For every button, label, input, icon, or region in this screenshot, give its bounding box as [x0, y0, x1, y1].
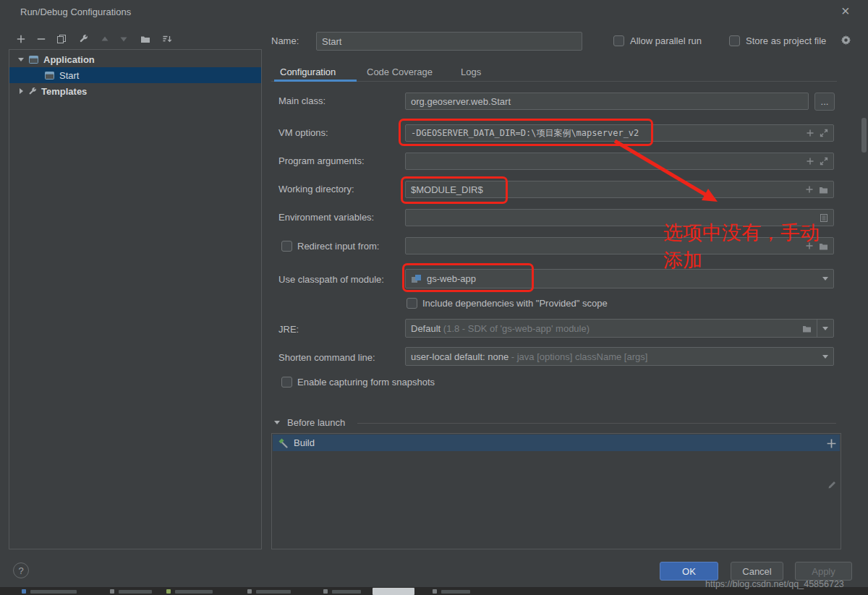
run-debug-configurations-dialog: Run/Debug Configurations × Application [0, 0, 868, 595]
expand-editor-icon[interactable] [820, 157, 828, 166]
store-as-project-file-checkbox[interactable] [729, 35, 740, 46]
allow-parallel-run-checkbox[interactable] [613, 35, 624, 46]
browse-folder-icon[interactable] [819, 241, 828, 251]
remove-configuration-icon[interactable] [35, 33, 48, 46]
create-folder-icon[interactable] [139, 33, 152, 46]
move-up-icon[interactable] [98, 33, 111, 46]
working-directory-value: $MODULE_DIR$ [411, 184, 800, 195]
store-as-project-file-label: Store as project file [746, 34, 826, 48]
annotation-note-line1: 选项中没有，手动 [663, 219, 820, 247]
tree-item-label: Start [59, 70, 79, 81]
before-launch-item-build[interactable]: Build [273, 435, 840, 451]
wrench-icon [27, 87, 37, 96]
close-icon[interactable]: × [841, 3, 850, 20]
apply-button[interactable]: Apply [795, 562, 852, 581]
enable-capturing-label: Enable capturing form snapshots [297, 375, 435, 390]
statusbar-fragment [166, 589, 171, 594]
shorten-command-line-label: Shorten command line: [278, 351, 375, 365]
browse-folder-icon[interactable] [819, 185, 828, 194]
environment-variables-label: Environment variables: [278, 210, 374, 225]
shorten-command-line-combobox[interactable]: user-local default: none - java [options… [405, 347, 834, 366]
statusbar-fragment [30, 590, 77, 594]
browse-folder-icon[interactable] [802, 324, 812, 333]
chevron-down-icon[interactable] [18, 58, 24, 61]
configurations-tree: Application Start Templates [9, 49, 262, 549]
main-class-value: org.geoserver.web.Start [411, 96, 803, 107]
include-provided-checkbox[interactable] [407, 298, 417, 309]
tree-item-application[interactable]: Application [9, 51, 261, 67]
annotation-note: 选项中没有，手动 添加 [663, 219, 820, 274]
help-button[interactable]: ? [13, 562, 29, 578]
name-input[interactable]: Start [316, 32, 582, 51]
chevron-down-icon[interactable] [822, 277, 828, 281]
add-configuration-icon[interactable] [14, 33, 27, 46]
move-down-icon[interactable] [117, 33, 130, 46]
tree-item-start[interactable]: Start [9, 67, 261, 83]
statusbar-fragment [323, 589, 328, 594]
use-classpath-label: Use classpath of module: [278, 273, 384, 287]
shorten-hint: - java [options] className [args] [511, 351, 648, 362]
active-tab-underline [274, 80, 357, 82]
tree-item-label: Application [43, 54, 95, 65]
vm-options-value: -DGEOSERVER_DATA_DIR=D:\项目案例\mapserver_v… [411, 127, 801, 140]
expand-editor-icon[interactable] [820, 129, 828, 137]
main-class-input[interactable]: org.geoserver.web.Start [405, 93, 809, 110]
statusbar-fragment [332, 590, 361, 594]
vm-options-input[interactable]: -DGEOSERVER_DATA_DIR=D:\项目案例\mapserver_v… [405, 124, 834, 142]
ok-button[interactable]: OK [660, 562, 718, 581]
redirect-input-checkbox[interactable] [281, 241, 292, 252]
before-launch-divider [357, 423, 836, 424]
name-label: Name: [271, 34, 299, 48]
statusbar-fragment [119, 590, 152, 594]
chevron-right-icon[interactable] [20, 88, 23, 94]
jre-combobox[interactable]: Default (1.8 - SDK of 'gs-web-app' modul… [405, 319, 834, 338]
shorten-value: user-local default: none [411, 351, 509, 362]
chevron-down-icon[interactable] [822, 355, 828, 359]
build-item-label: Build [294, 437, 315, 448]
application-icon [28, 54, 39, 65]
before-launch-list: Build [271, 433, 841, 549]
before-launch-title: Before launch [287, 416, 345, 430]
statusbar-fragment [110, 589, 114, 594]
collapse-before-launch-icon[interactable] [274, 421, 280, 424]
tab-logs[interactable]: Logs [461, 64, 481, 81]
jre-value: Default [411, 323, 441, 334]
statusbar-fragment [22, 589, 26, 594]
tree-item-templates[interactable]: Templates [9, 83, 261, 99]
enable-capturing-checkbox[interactable] [281, 377, 292, 388]
dialog-title: Run/Debug Configurations [20, 7, 131, 17]
statusbar-fragment [433, 589, 437, 594]
main-class-browse-button[interactable]: ... [814, 93, 835, 111]
expand-field-add-icon[interactable] [806, 157, 814, 166]
expand-field-add-icon[interactable] [805, 185, 814, 194]
statusbar-fragment [373, 588, 414, 595]
jre-hint: (1.8 - SDK of 'gs-web-app' module) [443, 323, 590, 334]
sort-configurations-icon[interactable] [161, 33, 174, 46]
program-arguments-input[interactable] [405, 153, 834, 170]
statusbar-fragment [175, 590, 213, 594]
use-classpath-value: gs-web-app [427, 273, 817, 284]
expand-field-add-icon[interactable] [806, 129, 814, 137]
watermark: https://blog.csdn.net/qq_45856723 [705, 579, 844, 589]
working-directory-label: Working directory: [278, 182, 354, 197]
include-provided-label: Include dependencies with "Provided" sco… [422, 296, 608, 311]
add-before-launch-task-icon[interactable] [826, 438, 837, 449]
edit-variables-icon[interactable] [820, 213, 828, 223]
program-arguments-label: Program arguments: [278, 154, 365, 168]
scrollbar-thumb[interactable] [861, 118, 867, 153]
tab-code-coverage[interactable]: Code Coverage [367, 64, 433, 81]
redirect-input-label: Redirect input from: [297, 239, 379, 254]
annotation-note-line2: 添加 [663, 247, 820, 274]
chevron-down-icon[interactable] [822, 327, 828, 330]
cancel-button[interactable]: Cancel [731, 562, 783, 581]
edit-templates-icon[interactable] [77, 33, 90, 46]
edit-before-launch-task-icon[interactable] [827, 480, 837, 490]
main-class-label: Main class: [278, 94, 326, 108]
tab-configuration[interactable]: Configuration [280, 64, 336, 81]
copy-configuration-icon[interactable] [55, 33, 68, 46]
statusbar-fragment [256, 590, 291, 594]
allow-parallel-run-label: Allow parallel run [630, 34, 702, 48]
statusbar-fragment [441, 590, 470, 594]
gear-icon[interactable] [841, 35, 851, 46]
working-directory-input[interactable]: $MODULE_DIR$ [405, 181, 834, 198]
